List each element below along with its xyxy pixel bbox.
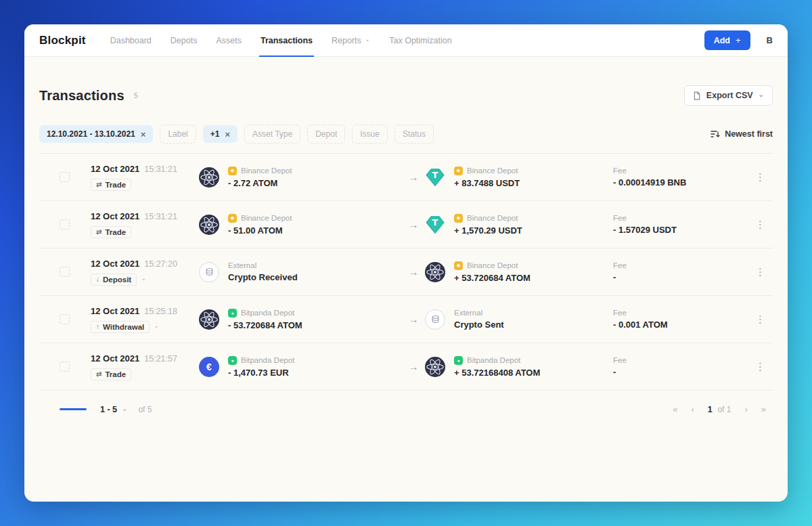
nav-item-dashboard[interactable]: Dashboard [110, 24, 152, 56]
transaction-row[interactable]: 12 Oct 202115:25:18 ↑ Withdrawal ⌄ ● Bit… [39, 296, 773, 343]
add-button[interactable]: Add + [704, 30, 750, 50]
row-menu-button[interactable]: ⋮ [748, 171, 773, 183]
row-menu-button[interactable]: ⋮ [748, 361, 773, 373]
fee-value: - 1.57029 USDT [613, 225, 748, 235]
incoming-amount: Crypto Sent [454, 320, 504, 330]
fee-cell: Fee - 0.001 ATOM [613, 309, 748, 330]
close-icon[interactable]: × [141, 130, 146, 139]
incoming-coin-icon: T [425, 215, 445, 235]
date-line: 12 Oct 202115:31:21 [91, 164, 199, 174]
transaction-row[interactable]: 12 Oct 202115:31:21 ⇄ Trade ◆ Binance De… [39, 201, 773, 248]
row-checkbox[interactable] [60, 267, 70, 277]
filter-chip[interactable]: Asset Type [244, 125, 300, 144]
filter-chip-label: Status [403, 129, 426, 139]
date-line: 12 Oct 202115:25:18 [91, 306, 199, 316]
incoming-depot-label: External [454, 309, 482, 317]
nav-item-reports[interactable]: Reports ⌄ [332, 24, 370, 56]
transaction-type-chip[interactable]: ⇄ Trade [91, 179, 131, 191]
blockpit-logo: Blockpit [39, 34, 86, 47]
fee-label: Fee [613, 309, 748, 317]
transaction-type-label: Trade [105, 228, 126, 236]
row-checkbox[interactable] [60, 219, 70, 229]
chevron-down-icon[interactable]: ⌄ [122, 405, 127, 412]
incoming-amount: + 1,570.29 USDT [454, 225, 522, 236]
transaction-type-chip[interactable]: ↓ Deposit [91, 273, 137, 286]
filter-chip[interactable]: Status [394, 125, 434, 144]
incoming-asset-cell: T ◆ Binance Depot + 1,570.29 USDT [425, 214, 613, 236]
arrow-right-icon: → [402, 361, 425, 372]
top-nav-bar: Blockpit Dashboard Depots Assets Transac… [24, 24, 788, 57]
transaction-type-chip[interactable]: ⇄ Trade [91, 368, 131, 380]
incoming-depot-label: Binance Depot [467, 261, 518, 269]
filter-chip-label: Issue [360, 129, 380, 139]
nav-item-transactions[interactable]: Transactions [261, 24, 313, 56]
rows-range-label[interactable]: 1 - 5 [100, 405, 117, 414]
transaction-row[interactable]: 12 Oct 202115:27:20 ↓ Deposit ⌄ External… [39, 248, 773, 296]
chevron-down-icon: ⌄ [759, 91, 764, 98]
pager: « ‹ 1 of 1 › » [673, 404, 766, 414]
incoming-amount: + 83.7488 USDT [454, 178, 520, 188]
filter-chips: 12.10.2021 - 13.10.2021 × Label +1 × Ass… [39, 125, 434, 144]
filter-chip-label: Asset Type [252, 129, 292, 139]
transaction-type-chip[interactable]: ⇄ Trade [91, 226, 131, 238]
filter-chip[interactable]: Depot [307, 125, 345, 144]
row-checkbox[interactable] [60, 361, 70, 372]
date-cell: 12 Oct 202115:31:21 ⇄ Trade [91, 211, 199, 238]
type-line: ⇄ Trade [91, 368, 199, 380]
chevron-down-icon[interactable]: ⌄ [141, 276, 146, 282]
filter-chip-label: Depot [315, 129, 337, 139]
transaction-type-label: Trade [105, 181, 126, 189]
sort-control[interactable]: Newest first [710, 129, 773, 139]
outgoing-amount: - 1,470.73 EUR [228, 368, 294, 378]
fee-cell: Fee - [613, 356, 748, 377]
incoming-depot-label: Binance Depot [467, 167, 518, 175]
nav-item-assets[interactable]: Assets [216, 24, 242, 56]
filter-chip[interactable]: Label [160, 125, 196, 144]
close-icon[interactable]: × [225, 130, 230, 139]
outgoing-coin-icon [199, 262, 219, 282]
row-checkbox[interactable] [60, 314, 70, 324]
outgoing-depot-label: Binance Depot [241, 167, 292, 175]
nav-item-label: Depots [171, 36, 198, 45]
type-line: ⇄ Trade [91, 226, 199, 238]
transaction-date: 12 Oct 2021 [91, 306, 139, 316]
transaction-row[interactable]: 12 Oct 202115:21:57 ⇄ Trade € ● Bitpanda… [39, 343, 773, 391]
last-page-button[interactable]: » [761, 404, 766, 414]
export-csv-button[interactable]: Export CSV ⌄ [684, 85, 773, 106]
next-page-button[interactable]: › [744, 404, 747, 414]
incoming-depot-icon: ◆ [454, 214, 463, 223]
filter-chip[interactable]: Issue [352, 125, 388, 144]
first-page-button[interactable]: « [673, 404, 677, 414]
svg-text:T: T [432, 170, 438, 180]
outgoing-depot-icon: ◆ [228, 167, 237, 175]
incoming-coin-icon: T [425, 167, 445, 188]
fee-value: - [613, 367, 748, 377]
arrow-right-icon: → [402, 266, 425, 278]
nav-item-tax-optimization[interactable]: Tax Optimization [389, 24, 451, 56]
transaction-type-chip[interactable]: ↑ Withdrawal [91, 321, 150, 333]
outgoing-asset-cell: ● Bitpanda Depot - 53.720684 ATOM [199, 309, 402, 330]
nav-item-depots[interactable]: Depots [171, 24, 198, 56]
outgoing-amount: - 51.00 ATOM [228, 225, 292, 236]
transaction-time: 15:31:21 [144, 165, 177, 174]
transaction-row[interactable]: 12 Oct 202115:31:21 ⇄ Trade ◆ Binance De… [39, 154, 773, 201]
incoming-coin-icon [425, 357, 445, 377]
filter-chip[interactable]: 12.10.2021 - 13.10.2021 × [39, 125, 153, 143]
type-line: ↓ Deposit ⌄ [91, 273, 199, 286]
page-indicator: 1 of 1 [708, 404, 731, 414]
chevron-down-icon[interactable]: ⌄ [154, 323, 159, 329]
date-cell: 12 Oct 202115:27:20 ↓ Deposit ⌄ [91, 259, 199, 286]
outgoing-coin-icon [199, 215, 219, 235]
filter-chip[interactable]: +1 × [203, 125, 238, 143]
row-checkbox[interactable] [60, 172, 70, 182]
outgoing-asset-cell: € ● Bitpanda Depot - 1,470.73 EUR [199, 356, 402, 378]
row-menu-button[interactable]: ⋮ [748, 219, 773, 231]
row-menu-button[interactable]: ⋮ [748, 313, 773, 326]
main-nav: Dashboard Depots Assets Transactions Rep… [110, 24, 452, 56]
avatar[interactable]: B [767, 35, 773, 45]
prev-page-button[interactable]: ‹ [691, 404, 694, 414]
row-menu-button[interactable]: ⋮ [748, 266, 773, 278]
fee-cell: Fee - 0.00014919 BNB [613, 167, 748, 188]
transaction-type-icon: ⇄ [96, 370, 102, 378]
fee-value: - [613, 272, 748, 282]
